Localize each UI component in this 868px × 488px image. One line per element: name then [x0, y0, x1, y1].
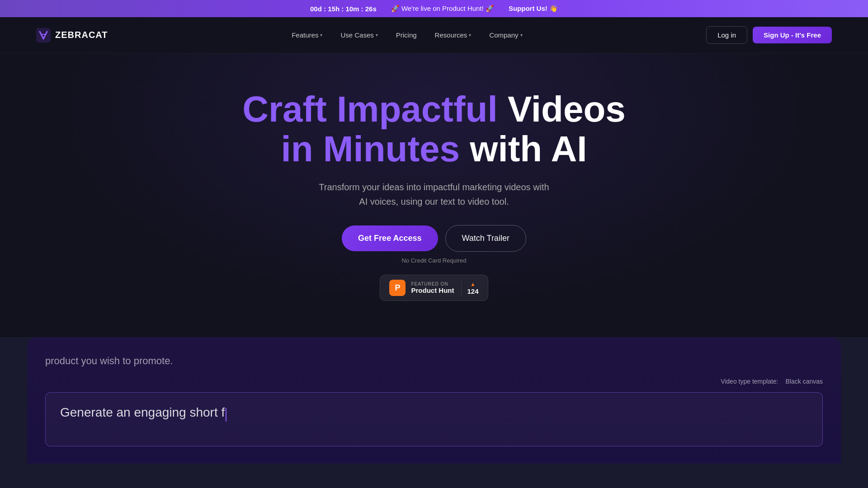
chevron-down-icon: ▾	[320, 33, 322, 38]
nav-pricing[interactable]: Pricing	[389, 28, 424, 42]
support-us-link[interactable]: Support Us! 👋	[509, 5, 558, 13]
product-hunt-text: FEATURED ON Product Hunt	[411, 282, 454, 294]
countdown-timer: 00d : 15h : 10m : 26s	[310, 5, 377, 13]
demo-toolbar-style: Black canvas	[786, 378, 823, 385]
demo-prompt: product you wish to promote.	[45, 355, 823, 367]
demo-section: product you wish to promote. Video type …	[27, 337, 841, 464]
ph-name: Product Hunt	[411, 286, 454, 294]
hero-cta-group: Get Free Access Watch Trailer	[342, 225, 526, 252]
hero-title-white1: Videos	[498, 89, 626, 129]
hero-title-purple2: tful	[441, 89, 497, 129]
hero-title-purple3: in Minutes	[281, 129, 460, 169]
nav-use-cases[interactable]: Use Cases ▾	[333, 28, 385, 42]
logo-text: ZEBRACAT	[55, 30, 108, 40]
demo-toolbar: Video type template: Black canvas	[45, 378, 823, 385]
chevron-down-icon: ▾	[376, 33, 378, 38]
logo[interactable]: ZEBRACAT	[36, 28, 108, 42]
logo-icon	[36, 28, 51, 42]
hero-title-white2: with AI	[460, 129, 587, 169]
nav-company[interactable]: Company ▾	[482, 28, 529, 42]
ph-upvote-count: 124	[467, 287, 478, 295]
upvote-arrow-icon: ▲	[470, 281, 476, 287]
product-hunt-live: 🚀 We're live on Product Hunt! 🚀	[391, 5, 494, 13]
text-cursor	[226, 408, 226, 422]
chevron-down-icon: ▾	[469, 33, 471, 38]
ph-featured-label: FEATURED ON	[411, 282, 454, 286]
svg-rect-0	[36, 28, 51, 42]
nav-resources[interactable]: Resources ▾	[428, 28, 479, 42]
login-button[interactable]: Log in	[706, 26, 747, 44]
hero-title-purple1: Craft Impac	[242, 89, 441, 129]
demo-toolbar-template-label: Video type template:	[721, 378, 778, 385]
chevron-down-icon: ▾	[520, 33, 523, 38]
product-hunt-badge[interactable]: P FEATURED ON Product Hunt ▲ 124	[380, 275, 488, 301]
signup-button[interactable]: Sign Up - It's Free	[753, 27, 832, 43]
top-banner: 00d : 15h : 10m : 26s 🚀 We're live on Pr…	[0, 0, 868, 17]
nav-actions: Log in Sign Up - It's Free	[706, 26, 832, 44]
demo-input-box[interactable]: Generate an engaging short f	[45, 392, 823, 446]
hero-subtitle: Transform your ideas into impactful mark…	[316, 180, 552, 209]
hero-section: Craft Impactful Videos in Minutes with A…	[0, 53, 868, 337]
ph-upvotes: ▲ 124	[461, 281, 478, 295]
nav-links: Features ▾ Use Cases ▾ Pricing Resources…	[284, 28, 529, 42]
navbar: ZEBRACAT Features ▾ Use Cases ▾ Pricing …	[0, 17, 868, 53]
demo-input-text: Generate an engaging short f	[60, 405, 225, 419]
hero-title: Craft Impactful Videos in Minutes with A…	[242, 89, 626, 169]
get-free-access-button[interactable]: Get Free Access	[342, 225, 438, 251]
nav-features[interactable]: Features ▾	[284, 28, 330, 42]
product-hunt-logo: P	[389, 280, 406, 296]
watch-trailer-button[interactable]: Watch Trailer	[445, 225, 526, 252]
no-credit-card-notice: No Credit Card Required	[401, 257, 466, 264]
